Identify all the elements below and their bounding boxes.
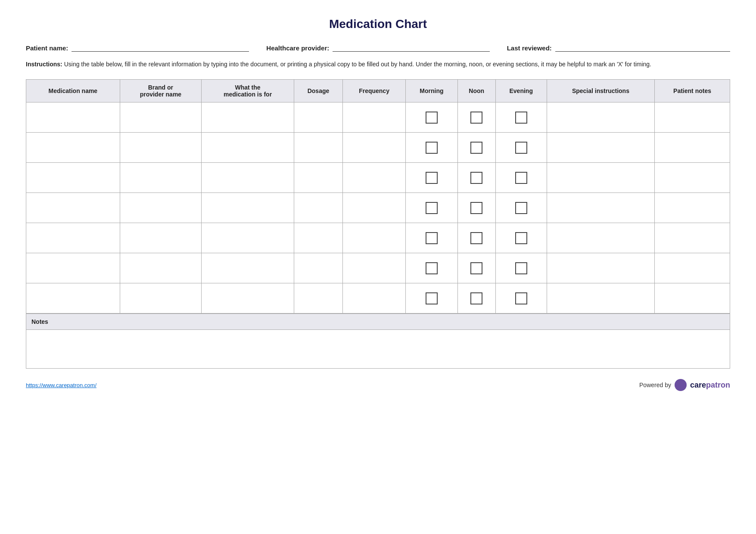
notes-body[interactable] (26, 330, 730, 369)
cell-evening-7[interactable] (495, 283, 547, 314)
cell-what-for-2[interactable] (202, 133, 294, 163)
cell-special-4[interactable] (547, 193, 654, 223)
checkbox-evening-3[interactable] (515, 172, 527, 184)
cell-morning-3[interactable] (406, 163, 457, 193)
cell-frequency-7[interactable] (342, 283, 405, 314)
cell-medication-name-7[interactable] (26, 283, 120, 314)
cell-dosage-5[interactable] (294, 223, 343, 253)
checkbox-evening-5[interactable] (515, 232, 527, 244)
cell-evening-1[interactable] (495, 102, 547, 133)
instructions-body: Using the table below, fill in the relev… (62, 61, 651, 68)
checkbox-noon-2[interactable] (470, 142, 482, 154)
checkbox-morning-1[interactable] (426, 112, 438, 124)
table-row (26, 253, 730, 283)
cell-dosage-6[interactable] (294, 253, 343, 283)
checkbox-morning-6[interactable] (426, 262, 438, 274)
cell-evening-2[interactable] (495, 133, 547, 163)
cell-morning-2[interactable] (406, 133, 457, 163)
checkbox-noon-1[interactable] (470, 112, 482, 124)
last-reviewed-group: Last reviewed: (507, 44, 730, 52)
cell-noon-5[interactable] (457, 223, 495, 253)
checkbox-morning-2[interactable] (426, 142, 438, 154)
checkbox-noon-6[interactable] (470, 262, 482, 274)
cell-special-6[interactable] (547, 253, 654, 283)
checkbox-evening-1[interactable] (515, 112, 527, 124)
cell-frequency-5[interactable] (342, 223, 405, 253)
cell-brand-3[interactable] (120, 163, 201, 193)
cell-what-for-1[interactable] (202, 102, 294, 133)
cell-noon-7[interactable] (457, 283, 495, 314)
cell-morning-7[interactable] (406, 283, 457, 314)
cell-evening-3[interactable] (495, 163, 547, 193)
checkbox-morning-4[interactable] (426, 202, 438, 214)
table-row (26, 223, 730, 253)
cell-notes-7[interactable] (655, 283, 730, 314)
cell-frequency-3[interactable] (342, 163, 405, 193)
cell-frequency-6[interactable] (342, 253, 405, 283)
cell-evening-6[interactable] (495, 253, 547, 283)
cell-notes-6[interactable] (655, 253, 730, 283)
cell-medication-name-6[interactable] (26, 253, 120, 283)
cell-morning-1[interactable] (406, 102, 457, 133)
checkbox-evening-2[interactable] (515, 142, 527, 154)
cell-special-2[interactable] (547, 133, 654, 163)
checkbox-morning-3[interactable] (426, 172, 438, 184)
healthcare-provider-group: Healthcare provider: (266, 44, 489, 52)
checkbox-morning-5[interactable] (426, 232, 438, 244)
cell-brand-7[interactable] (120, 283, 201, 314)
cell-notes-4[interactable] (655, 193, 730, 223)
checkbox-noon-7[interactable] (470, 292, 482, 304)
cell-what-for-3[interactable] (202, 163, 294, 193)
col-header-dosage: Dosage (294, 80, 343, 102)
checkbox-morning-7[interactable] (426, 292, 438, 304)
cell-brand-4[interactable] (120, 193, 201, 223)
checkbox-evening-4[interactable] (515, 202, 527, 214)
cell-medication-name-4[interactable] (26, 193, 120, 223)
checkbox-noon-5[interactable] (470, 232, 482, 244)
checkbox-evening-7[interactable] (515, 292, 527, 304)
cell-special-3[interactable] (547, 163, 654, 193)
cell-notes-5[interactable] (655, 223, 730, 253)
cell-noon-4[interactable] (457, 193, 495, 223)
cell-special-7[interactable] (547, 283, 654, 314)
cell-dosage-4[interactable] (294, 193, 343, 223)
cell-noon-6[interactable] (457, 253, 495, 283)
cell-notes-3[interactable] (655, 163, 730, 193)
cell-what-for-5[interactable] (202, 223, 294, 253)
cell-brand-1[interactable] (120, 102, 201, 133)
cell-evening-4[interactable] (495, 193, 547, 223)
cell-what-for-4[interactable] (202, 193, 294, 223)
cell-special-5[interactable] (547, 223, 654, 253)
cell-dosage-2[interactable] (294, 133, 343, 163)
cell-dosage-3[interactable] (294, 163, 343, 193)
cell-noon-1[interactable] (457, 102, 495, 133)
cell-dosage-7[interactable] (294, 283, 343, 314)
cell-medication-name-1[interactable] (26, 102, 120, 133)
checkbox-noon-4[interactable] (470, 202, 482, 214)
cell-brand-6[interactable] (120, 253, 201, 283)
cell-medication-name-5[interactable] (26, 223, 120, 253)
cell-brand-5[interactable] (120, 223, 201, 253)
footer-link[interactable]: https://www.carepatron.com/ (26, 382, 96, 388)
cell-notes-2[interactable] (655, 133, 730, 163)
checkbox-noon-3[interactable] (470, 172, 482, 184)
cell-special-1[interactable] (547, 102, 654, 133)
cell-morning-4[interactable] (406, 193, 457, 223)
cell-noon-2[interactable] (457, 133, 495, 163)
cell-frequency-4[interactable] (342, 193, 405, 223)
cell-noon-3[interactable] (457, 163, 495, 193)
cell-brand-2[interactable] (120, 133, 201, 163)
last-reviewed-line (555, 44, 730, 52)
cell-frequency-1[interactable] (342, 102, 405, 133)
cell-morning-5[interactable] (406, 223, 457, 253)
cell-notes-1[interactable] (655, 102, 730, 133)
cell-medication-name-3[interactable] (26, 163, 120, 193)
checkbox-evening-6[interactable] (515, 262, 527, 274)
cell-frequency-2[interactable] (342, 133, 405, 163)
cell-medication-name-2[interactable] (26, 133, 120, 163)
cell-morning-6[interactable] (406, 253, 457, 283)
cell-what-for-6[interactable] (202, 253, 294, 283)
cell-dosage-1[interactable] (294, 102, 343, 133)
cell-evening-5[interactable] (495, 223, 547, 253)
cell-what-for-7[interactable] (202, 283, 294, 314)
